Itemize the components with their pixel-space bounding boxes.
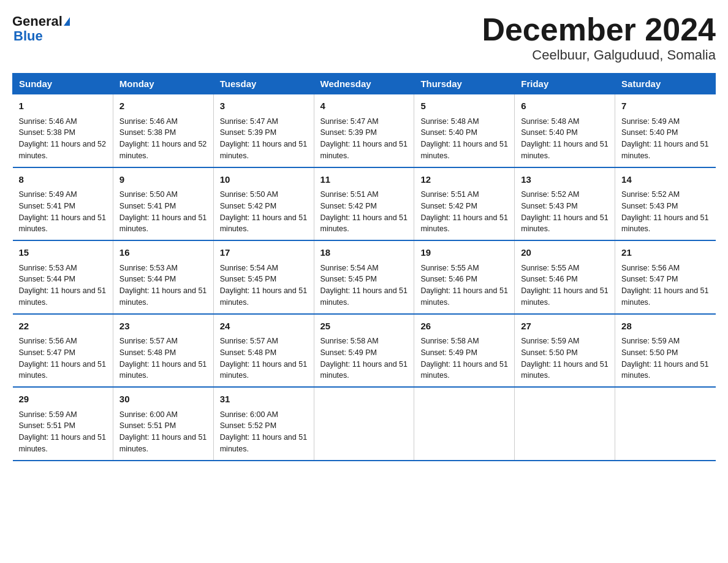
daylight-label: Daylight: 11 hours and 51 minutes. — [220, 286, 307, 307]
day-number: 17 — [220, 246, 308, 260]
daylight-label: Daylight: 11 hours and 51 minutes. — [220, 213, 307, 234]
day-number: 26 — [420, 320, 508, 334]
sunrise-label: Sunrise: 5:57 AM — [119, 337, 178, 345]
sunrise-label: Sunrise: 5:59 AM — [621, 337, 680, 345]
sunrise-label: Sunrise: 5:53 AM — [19, 264, 77, 272]
sunrise-label: Sunrise: 5:57 AM — [220, 337, 278, 345]
logo-text-blue: Blue — [12, 29, 43, 43]
day-number: 22 — [19, 320, 107, 334]
table-row: 9 Sunrise: 5:50 AM Sunset: 5:41 PM Dayli… — [113, 167, 213, 241]
sunrise-label: Sunrise: 5:52 AM — [521, 190, 579, 199]
daylight-label: Daylight: 11 hours and 51 minutes. — [420, 213, 507, 234]
sunset-label: Sunset: 5:51 PM — [19, 421, 75, 430]
daylight-label: Daylight: 11 hours and 51 minutes. — [521, 360, 608, 380]
table-row: 20 Sunrise: 5:55 AM Sunset: 5:46 PM Dayl… — [515, 240, 615, 314]
daylight-label: Daylight: 11 hours and 51 minutes. — [320, 140, 408, 160]
sunset-label: Sunset: 5:40 PM — [420, 128, 477, 137]
calendar-week-row: 8 Sunrise: 5:49 AM Sunset: 5:41 PM Dayli… — [13, 167, 716, 241]
daylight-label: Daylight: 11 hours and 51 minutes. — [521, 286, 608, 307]
col-saturday: Saturday — [615, 74, 716, 94]
sunrise-label: Sunrise: 5:50 AM — [119, 190, 178, 199]
table-row: 3 Sunrise: 5:47 AM Sunset: 5:39 PM Dayli… — [213, 94, 314, 167]
table-row: 22 Sunrise: 5:56 AM Sunset: 5:47 PM Dayl… — [13, 314, 113, 388]
table-row: 17 Sunrise: 5:54 AM Sunset: 5:45 PM Dayl… — [213, 240, 314, 314]
sunrise-label: Sunrise: 5:50 AM — [220, 190, 278, 199]
day-number: 11 — [320, 173, 408, 187]
table-row: 29 Sunrise: 5:59 AM Sunset: 5:51 PM Dayl… — [13, 387, 113, 461]
logo-text-general: General — [12, 15, 63, 28]
logo: General Blue — [12, 12, 70, 43]
daylight-label: Daylight: 11 hours and 52 minutes. — [119, 140, 207, 160]
sunrise-label: Sunrise: 6:00 AM — [119, 410, 178, 419]
sunset-label: Sunset: 5:49 PM — [320, 348, 377, 357]
daylight-label: Daylight: 11 hours and 51 minutes. — [521, 140, 608, 160]
day-number: 7 — [621, 99, 709, 113]
day-number: 19 — [420, 246, 508, 260]
sunrise-label: Sunrise: 5:49 AM — [19, 190, 77, 199]
calendar-week-row: 29 Sunrise: 5:59 AM Sunset: 5:51 PM Dayl… — [13, 387, 716, 461]
day-number: 16 — [119, 246, 207, 260]
col-thursday: Thursday — [414, 74, 515, 94]
table-row: 4 Sunrise: 5:47 AM Sunset: 5:39 PM Dayli… — [314, 94, 414, 167]
table-row: 31 Sunrise: 6:00 AM Sunset: 5:52 PM Dayl… — [213, 387, 314, 461]
col-friday: Friday — [515, 74, 615, 94]
day-number: 28 — [621, 320, 709, 334]
sunrise-label: Sunrise: 5:48 AM — [420, 117, 479, 126]
sunset-label: Sunset: 5:39 PM — [220, 128, 276, 137]
day-number: 2 — [119, 99, 207, 113]
sunrise-label: Sunrise: 5:59 AM — [19, 410, 77, 419]
sunset-label: Sunset: 5:44 PM — [119, 275, 176, 283]
sunrise-label: Sunrise: 5:52 AM — [621, 190, 680, 199]
sunset-label: Sunset: 5:48 PM — [119, 348, 176, 357]
table-row: 25 Sunrise: 5:58 AM Sunset: 5:49 PM Dayl… — [314, 314, 414, 388]
table-row: 1 Sunrise: 5:46 AM Sunset: 5:38 PM Dayli… — [13, 94, 113, 167]
daylight-label: Daylight: 11 hours and 51 minutes. — [621, 140, 708, 160]
day-number: 15 — [19, 246, 107, 260]
daylight-label: Daylight: 11 hours and 51 minutes. — [119, 433, 207, 453]
sunset-label: Sunset: 5:41 PM — [119, 202, 176, 210]
day-number: 31 — [220, 393, 308, 407]
sunset-label: Sunset: 5:45 PM — [220, 275, 276, 283]
daylight-label: Daylight: 11 hours and 51 minutes. — [19, 286, 106, 307]
sunset-label: Sunset: 5:38 PM — [19, 128, 75, 137]
col-tuesday: Tuesday — [213, 74, 314, 94]
table-row: 2 Sunrise: 5:46 AM Sunset: 5:38 PM Dayli… — [113, 94, 213, 167]
table-row: 27 Sunrise: 5:59 AM Sunset: 5:50 PM Dayl… — [515, 314, 615, 388]
sunrise-label: Sunrise: 5:54 AM — [220, 264, 278, 272]
sunrise-label: Sunrise: 5:59 AM — [521, 337, 579, 345]
title-block: December 2024 Ceelbuur, Galguduud, Somal… — [482, 12, 716, 63]
table-row: 11 Sunrise: 5:51 AM Sunset: 5:42 PM Dayl… — [314, 167, 414, 241]
daylight-label: Daylight: 11 hours and 51 minutes. — [420, 360, 507, 380]
sunrise-label: Sunrise: 5:56 AM — [621, 264, 680, 272]
day-number: 13 — [521, 173, 609, 187]
day-number: 9 — [119, 173, 207, 187]
table-row: 12 Sunrise: 5:51 AM Sunset: 5:42 PM Dayl… — [414, 167, 515, 241]
sunset-label: Sunset: 5:46 PM — [521, 275, 577, 283]
sunrise-label: Sunrise: 5:55 AM — [420, 264, 479, 272]
daylight-label: Daylight: 11 hours and 51 minutes. — [621, 213, 708, 234]
sunrise-label: Sunrise: 5:51 AM — [420, 190, 479, 199]
day-number: 14 — [621, 173, 709, 187]
calendar-title: December 2024 — [482, 12, 716, 47]
sunrise-label: Sunrise: 5:58 AM — [420, 337, 479, 345]
sunset-label: Sunset: 5:38 PM — [119, 128, 176, 137]
daylight-label: Daylight: 11 hours and 51 minutes. — [119, 286, 207, 307]
daylight-label: Daylight: 11 hours and 51 minutes. — [19, 213, 106, 234]
sunrise-label: Sunrise: 5:58 AM — [320, 337, 379, 345]
sunset-label: Sunset: 5:50 PM — [621, 348, 678, 357]
col-wednesday: Wednesday — [314, 74, 414, 94]
table-row — [515, 387, 615, 461]
table-row: 6 Sunrise: 5:48 AM Sunset: 5:40 PM Dayli… — [515, 94, 615, 167]
day-number: 1 — [19, 99, 107, 113]
day-number: 4 — [320, 99, 408, 113]
sunset-label: Sunset: 5:42 PM — [420, 202, 477, 210]
daylight-label: Daylight: 11 hours and 51 minutes. — [621, 360, 708, 380]
table-row: 10 Sunrise: 5:50 AM Sunset: 5:42 PM Dayl… — [213, 167, 314, 241]
day-number: 20 — [521, 246, 609, 260]
day-number: 24 — [220, 320, 308, 334]
calendar-table: Sunday Monday Tuesday Wednesday Thursday… — [12, 73, 716, 461]
day-number: 23 — [119, 320, 207, 334]
sunrise-label: Sunrise: 5:55 AM — [521, 264, 579, 272]
calendar-week-row: 15 Sunrise: 5:53 AM Sunset: 5:44 PM Dayl… — [13, 240, 716, 314]
sunset-label: Sunset: 5:50 PM — [521, 348, 577, 357]
